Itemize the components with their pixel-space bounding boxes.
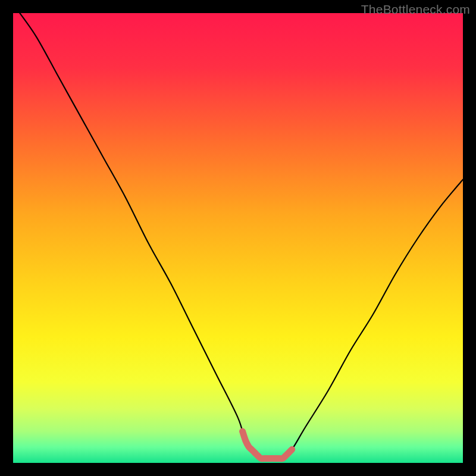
curve-layer <box>13 13 463 463</box>
chart-frame: TheBottleneck.com <box>0 0 476 476</box>
plot-area <box>13 13 463 463</box>
optimal-range-highlight <box>243 431 292 459</box>
watermark-text: TheBottleneck.com <box>361 2 470 17</box>
bottleneck-curve <box>13 13 463 459</box>
